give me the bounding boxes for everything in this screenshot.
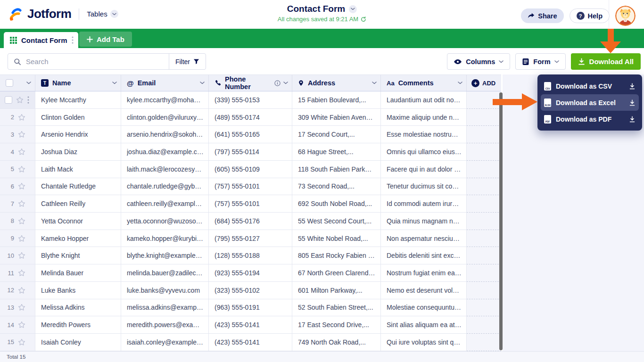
cell-address[interactable]: 55 White Nobel Road,...	[292, 230, 381, 247]
cell-address[interactable]: 749 North Oak Road,...	[292, 334, 381, 351]
row-head[interactable]: 15	[0, 334, 35, 351]
cell-address[interactable]: 52 South Fabien Street,...	[292, 299, 381, 317]
row-head[interactable]: 2	[0, 109, 35, 126]
cell-address[interactable]: 67 North Green Clarendon ...	[292, 264, 381, 282]
cell-comments[interactable]: Qui iure voluptas sint qui h...	[381, 334, 467, 351]
cell-comments[interactable]: Tenetur ducimus sit conse...	[381, 178, 467, 196]
add-tab-button[interactable]: Add Tab	[79, 32, 132, 47]
cell-comments[interactable]: Quia minus magnam nostr...	[381, 213, 467, 230]
cell-email[interactable]: chantale.rutledge@gybu.c...	[121, 178, 209, 196]
star-icon[interactable]	[18, 321, 25, 329]
row-head[interactable]: 8	[0, 213, 35, 230]
cell-phone[interactable]: (797) 555-0114	[209, 143, 292, 161]
chevron-down-icon[interactable]	[458, 82, 462, 84]
star-icon[interactable]	[18, 269, 25, 277]
cell-name[interactable]: Meredith Powers	[35, 316, 121, 334]
cell-comments[interactable]: Id commodi autem irure ra...	[381, 195, 467, 213]
cell-comments[interactable]: Debitis deleniti sint except...	[381, 247, 467, 264]
chevron-down-icon[interactable]	[26, 82, 31, 84]
star-icon[interactable]	[18, 131, 25, 138]
cell-address[interactable]: 309 White Fabien Avenue,...	[292, 109, 381, 126]
cell-name[interactable]: Laith Mack	[35, 161, 121, 178]
star-icon[interactable]	[18, 200, 25, 207]
cell-comments[interactable]: Laudantium aut odit non la...	[381, 91, 467, 109]
cell-email[interactable]: arsenio.hendrix@sokohyzy...	[121, 126, 209, 143]
download-all-button[interactable]: Download All	[571, 53, 641, 70]
cell-phone[interactable]: (605) 555-0109	[209, 161, 292, 178]
star-icon[interactable]	[18, 148, 25, 156]
cell-comments[interactable]: Sint alias aliquam ea at oc...	[381, 316, 467, 334]
row-head[interactable]: 12	[0, 282, 35, 299]
cell-email[interactable]: joshua.diaz@example.com	[121, 143, 209, 161]
cell-name[interactable]: Chantale Rutledge	[35, 178, 121, 196]
column-header-phone[interactable]: Phone Number	[209, 75, 292, 91]
cell-address[interactable]: 15 Fabien Boulevard,...	[292, 91, 381, 109]
share-button[interactable]: Share	[521, 8, 563, 23]
cell-email[interactable]: yetta.oconnor@wuzosove...	[121, 213, 209, 230]
cell-phone[interactable]: (795) 555-0127	[209, 230, 292, 247]
row-head[interactable]: 7	[0, 195, 35, 213]
row-head[interactable]: 14	[0, 316, 35, 334]
filter-button[interactable]: Filter	[169, 54, 206, 69]
cell-name[interactable]: Blythe Knight	[35, 247, 121, 264]
cell-phone[interactable]: (684) 555-0176	[209, 213, 292, 230]
cell-name[interactable]: Joshua Diaz	[35, 143, 121, 161]
cell-email[interactable]: melissa.adkins@example.c...	[121, 299, 209, 317]
row-head[interactable]: 9	[0, 230, 35, 247]
row-head[interactable]	[0, 91, 35, 109]
cell-phone[interactable]: (641) 555-0165	[209, 126, 292, 143]
chevron-down-icon[interactable]	[283, 82, 288, 84]
tab-menu-icon[interactable]	[72, 36, 74, 44]
select-all-checkbox[interactable]	[6, 79, 13, 87]
cell-email[interactable]: clinton.golden@viluruxym...	[121, 109, 209, 126]
tab-contact-form[interactable]: Contact Form	[4, 32, 78, 48]
row-head[interactable]: 13	[0, 299, 35, 317]
cell-comments[interactable]: Nostrum fugiat enim eaqu...	[381, 264, 467, 282]
cell-phone[interactable]: (923) 555-0194	[209, 264, 292, 282]
cell-comments[interactable]: Molestiae consequuntur e...	[381, 299, 467, 317]
refresh-icon[interactable]	[361, 16, 366, 22]
row-head[interactable]: 5	[0, 161, 35, 178]
column-header-comments[interactable]: Aa Comments	[381, 75, 467, 91]
star-icon[interactable]	[18, 114, 25, 121]
cell-address[interactable]: 68 Hague Street,...	[292, 143, 381, 161]
columns-button[interactable]: Columns	[447, 53, 510, 70]
star-icon[interactable]	[18, 252, 25, 259]
cell-phone[interactable]: (757) 555-0101	[209, 195, 292, 213]
search-input[interactable]	[21, 58, 169, 66]
row-head[interactable]: 3	[0, 126, 35, 143]
menu-item-download-pdf[interactable]: PDF Download as PDF	[537, 111, 642, 127]
cell-name[interactable]: Kylee Mccarthy	[35, 91, 121, 109]
cell-phone[interactable]: (489) 555-0174	[209, 109, 292, 126]
form-button[interactable]: Form	[515, 53, 565, 70]
cell-email[interactable]: meredith.powers@exampl...	[121, 316, 209, 334]
cell-comments[interactable]: Omnis qui ullamco eius su...	[381, 143, 467, 161]
cell-comments[interactable]: Maxime aliquip unde nulla...	[381, 109, 467, 126]
column-header-address[interactable]: Address	[292, 75, 381, 91]
cell-phone[interactable]: (128) 555-0188	[209, 247, 292, 264]
row-checkbox[interactable]	[5, 96, 12, 104]
cell-address[interactable]: 17 East Second Drive,...	[292, 316, 381, 334]
title-chevron-icon[interactable]	[349, 5, 357, 13]
cell-email[interactable]: melinda.bauer@zadilecihe...	[121, 264, 209, 282]
cell-phone[interactable]: (757) 555-0101	[209, 178, 292, 196]
star-icon[interactable]	[18, 217, 25, 225]
star-icon[interactable]	[18, 304, 25, 311]
cell-name[interactable]: Melissa Adkins	[35, 299, 121, 317]
star-icon[interactable]	[18, 182, 25, 190]
menu-item-download-excel[interactable]: XLSX Download as Excel	[541, 94, 639, 111]
star-icon[interactable]	[18, 165, 25, 173]
cell-name[interactable]: Cathleen Reilly	[35, 195, 121, 213]
jotform-logo-icon[interactable]	[8, 7, 23, 21]
logo-text[interactable]: Jotform	[27, 7, 71, 21]
row-head[interactable]: 4	[0, 143, 35, 161]
chevron-down-icon[interactable]	[200, 82, 205, 84]
cell-name[interactable]: Melinda Bauer	[35, 264, 121, 282]
avatar[interactable]	[615, 6, 636, 26]
cell-address[interactable]: 692 South Nobel Road,...	[292, 195, 381, 213]
cell-email[interactable]: isaiah.conley@example.com	[121, 334, 209, 351]
cell-name[interactable]: Luke Banks	[35, 282, 121, 299]
cell-address[interactable]: 805 East Rocky Fabien Lane,...	[292, 247, 381, 264]
row-menu-icon[interactable]	[27, 96, 29, 104]
cell-name[interactable]: Yetta Oconnor	[35, 213, 121, 230]
